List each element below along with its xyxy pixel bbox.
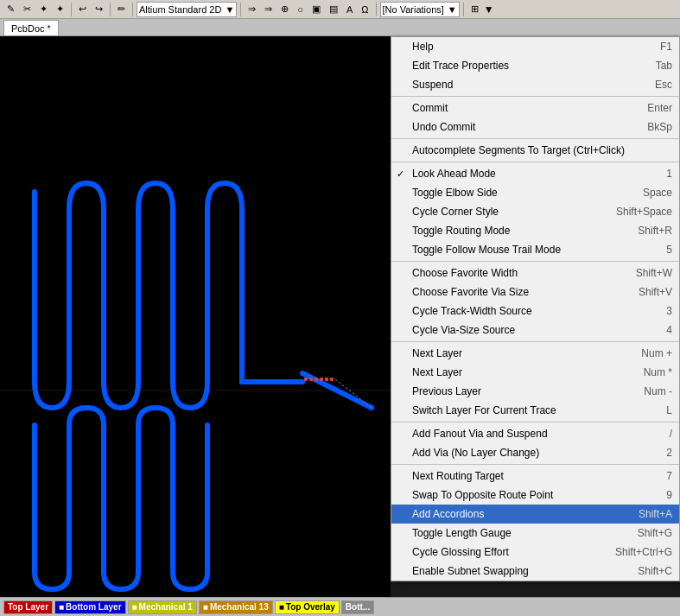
menu-label-cycle-corner: Cycle Corner Style (412, 206, 606, 218)
menu-shortcut-toggle-elbow: Space (643, 187, 672, 199)
toolbar-sep-1 (71, 3, 72, 16)
toolbar-btn-r3[interactable]: ⊕ (277, 2, 292, 17)
toolbar-btn-r5[interactable]: ▣ (308, 2, 324, 17)
menu-label-enable-subnet: Enable Subnet Swapping (412, 565, 627, 577)
toolbar-btn-r1[interactable]: ⇒ (245, 2, 259, 17)
view-mode-dropdown[interactable]: Altium Standard 2D ▼ (137, 2, 237, 17)
menu-label-choose-fav-width: Choose Favorite Width (412, 267, 626, 279)
layer-top-label: Top Layer (8, 602, 48, 612)
menu-item-swap-opposite[interactable]: Swap To Opposite Route Point9 (391, 486, 679, 505)
menu-label-cycle-glossing: Cycle Glossing Effort (412, 546, 605, 558)
layer-tab-top[interactable]: Top Layer (3, 600, 53, 614)
menu-label-cycle-via-size: Cycle Via-Size Source (412, 324, 656, 336)
menu-item-cycle-via-size[interactable]: Cycle Via-Size Source4 (391, 321, 679, 340)
menu-item-choose-fav-via[interactable]: Choose Favorite Via SizeShift+V (391, 283, 679, 302)
toolbar-btn-4[interactable]: ✦ (53, 2, 67, 17)
layer-bottom-icon: ■ (59, 602, 64, 612)
menu-item-next-layer-star[interactable]: Next LayerNum * (391, 363, 679, 382)
menu-item-autocomplete[interactable]: Autocomplete Segments To Target (Ctrl+Cl… (391, 141, 679, 160)
menu-item-enable-subnet[interactable]: Enable Subnet SwappingShift+C (391, 562, 679, 581)
menu-item-look-ahead[interactable]: ✓Look Ahead Mode1 (391, 164, 679, 183)
toolbar-btn-2[interactable]: ✂ (20, 2, 35, 17)
toolbar-sep-4 (240, 3, 241, 16)
layer-tab-topoverlay[interactable]: ■ Top Overlay (275, 600, 340, 614)
redo-button[interactable]: ↪ (92, 2, 106, 17)
pcb-canvas[interactable] (0, 36, 391, 597)
layer-tab-bott[interactable]: Bott... (341, 600, 374, 614)
menu-label-next-layer-plus: Next Layer (412, 347, 631, 359)
menu-shortcut-add-via: 2 (666, 447, 672, 459)
layer-tab-mech13[interactable]: ■ Mechanical 13 (199, 600, 273, 614)
menu-shortcut-enable-subnet: Shift+C (638, 565, 672, 577)
menu-item-cycle-corner[interactable]: Cycle Corner StyleShift+Space (391, 202, 679, 221)
menu-label-next-routing: Next Routing Target (412, 470, 656, 482)
menu-separator-switch-layer (391, 422, 679, 422)
menu-label-help: Help (412, 41, 650, 53)
toolbar-btn-r8[interactable]: Ω (358, 2, 372, 17)
menu-item-add-via[interactable]: Add Via (No Layer Change)2 (391, 443, 679, 462)
menu-item-add-fanout[interactable]: Add Fanout Via and Suspend/ (391, 424, 679, 443)
menu-separator-undo-commit (391, 138, 679, 139)
svg-rect-18 (309, 378, 313, 381)
undo-button[interactable]: ↩ (75, 2, 90, 17)
menu-label-toggle-routing: Toggle Routing Mode (412, 225, 627, 237)
layer-tab-mech1[interactable]: ■ Mechanical 1 (128, 600, 197, 614)
menu-label-switch-layer: Switch Layer For Current Trace (412, 404, 656, 416)
menu-shortcut-commit: Enter (647, 102, 672, 114)
menu-item-prev-layer[interactable]: Previous LayerNum - (391, 382, 679, 401)
menu-shortcut-cycle-corner: Shift+Space (616, 206, 672, 218)
menu-label-edit-trace: Edit Trace Properties (412, 60, 645, 72)
menu-item-commit[interactable]: CommitEnter (391, 98, 679, 117)
menu-item-add-accordions[interactable]: Add AccordionsShift+A (391, 505, 679, 524)
menu-item-edit-trace[interactable]: Edit Trace PropertiesTab (391, 56, 679, 75)
menu-item-undo-commit[interactable]: Undo CommitBkSp (391, 117, 679, 137)
layer-mech13-icon: ■ (203, 602, 208, 612)
menu-item-suspend[interactable]: SuspendEsc (391, 75, 679, 94)
toolbar-btn-r4[interactable]: ○ (294, 2, 307, 17)
layer-tab-bottom[interactable]: ■ Bottom Layer (54, 600, 126, 614)
menu-shortcut-add-fanout: / (670, 428, 672, 440)
layer-bott-label: Bott... (346, 602, 370, 612)
toolbar-btn-last[interactable]: ⊞ (467, 2, 482, 17)
menu-item-cycle-track-width[interactable]: Cycle Track-Width Source3 (391, 302, 679, 321)
pcbdoc-tab[interactable]: PcbDoc * (3, 20, 59, 35)
menu-item-toggle-routing[interactable]: Toggle Routing ModeShift+R (391, 221, 679, 240)
menu-item-next-layer-plus[interactable]: Next LayerNum + (391, 344, 679, 363)
toolbar-btn-r7[interactable]: A (343, 2, 356, 17)
menu-item-toggle-elbow[interactable]: Toggle Elbow SideSpace (391, 183, 679, 202)
menu-label-undo-commit: Undo Commit (412, 121, 637, 133)
menu-label-swap-opposite: Swap To Opposite Route Point (412, 489, 656, 501)
menu-shortcut-next-layer-plus: Num + (641, 347, 672, 359)
menu-label-add-accordions: Add Accordions (412, 508, 628, 520)
menu-shortcut-cycle-via-size: 4 (666, 324, 672, 336)
toolbar-sep-3 (132, 3, 133, 16)
toolbar-sep-6 (463, 3, 464, 16)
variation-dropdown[interactable]: [No Variations] ▼ (380, 2, 460, 17)
menu-shortcut-next-layer-star: Num * (644, 366, 672, 378)
menu-shortcut-undo-commit: BkSp (647, 121, 672, 133)
menu-item-switch-layer[interactable]: Switch Layer For Current TraceL (391, 401, 679, 420)
toolbar-btn-star[interactable]: ✦ (36, 2, 51, 17)
svg-rect-22 (330, 378, 334, 381)
toolbar-btn-pencil[interactable]: ✏ (114, 2, 129, 17)
toolbar-btn-r2[interactable]: ⇒ (261, 2, 276, 17)
menu-shortcut-edit-trace: Tab (656, 60, 672, 72)
menu-item-toggle-length[interactable]: Toggle Length GaugeShift+G (391, 524, 679, 543)
tab-bar: PcbDoc * (0, 19, 680, 36)
menu-check-look-ahead: ✓ (397, 168, 404, 180)
toolbar-sep-2 (110, 3, 111, 16)
toolbar-btn-1[interactable]: ✎ (3, 2, 18, 17)
menu-item-next-routing[interactable]: Next Routing Target7 (391, 467, 679, 486)
menu-item-toggle-follow[interactable]: Toggle Follow Mouse Trail Mode5 (391, 240, 679, 259)
svg-rect-20 (320, 378, 323, 381)
menu-item-help[interactable]: HelpF1 (391, 37, 679, 56)
context-menu: HelpF1Edit Trace PropertiesTabSuspendEsc… (391, 36, 680, 581)
layer-mech1-icon: ■ (132, 602, 137, 612)
menu-item-choose-fav-width[interactable]: Choose Favorite WidthShift+W (391, 264, 679, 283)
layer-bottom-label: Bottom Layer (66, 602, 121, 612)
layer-topoverlay-icon: ■ (279, 602, 284, 612)
toolbar-btn-r6[interactable]: ▤ (326, 2, 341, 17)
layer-topoverlay-label: Top Overlay (286, 602, 335, 612)
menu-shortcut-toggle-follow: 5 (666, 244, 672, 256)
menu-item-cycle-glossing[interactable]: Cycle Glossing EffortShift+Ctrl+G (391, 543, 679, 562)
